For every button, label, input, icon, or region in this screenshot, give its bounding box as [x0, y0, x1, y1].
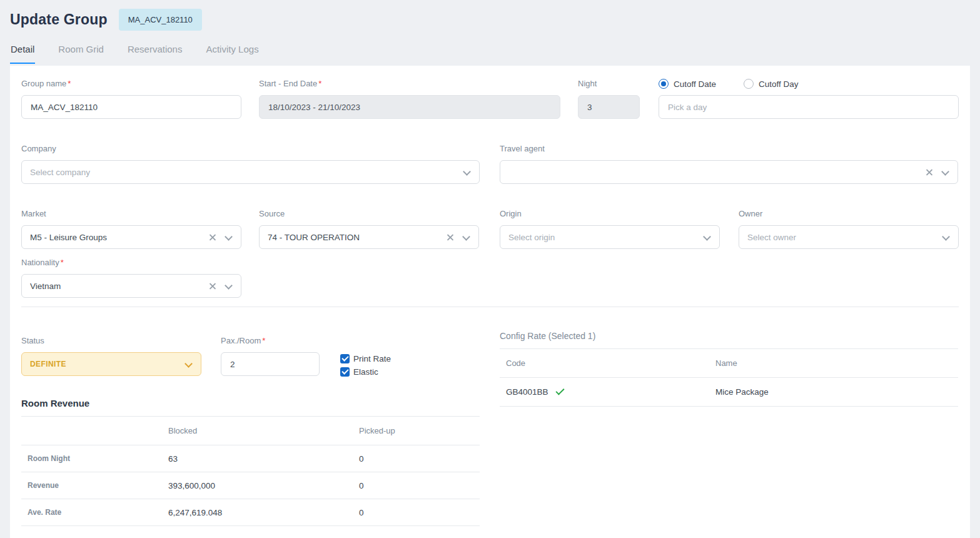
group-name-field: Group name* [21, 79, 241, 119]
source-label: Source [259, 209, 479, 219]
cutoff-day-radio[interactable]: Cutoff Day [744, 79, 799, 89]
date-range-input [259, 95, 560, 119]
night-label: Night [578, 79, 640, 89]
origin-select[interactable]: Select origin [500, 225, 720, 249]
chevron-down-icon [185, 360, 193, 368]
config-rate-row[interactable]: GB4001BB Mice Package [500, 378, 958, 407]
pax-room-field: Pax./Room* [221, 336, 320, 378]
table-row: Revenue 393,600,000 0 [21, 472, 480, 499]
form-row-3: Market M5 - Leisure Groups Source 74 - T… [21, 209, 959, 249]
room-revenue-header-row: Blocked Picked-up [21, 417, 480, 445]
cutoff-date-picker-input[interactable] [659, 95, 959, 119]
form-row-1: Group name* Start - End Date* Night Cuto… [21, 79, 959, 119]
travel-agent-select[interactable] [500, 160, 958, 184]
cutoff-field: Cutoff Date Cutoff Day [659, 79, 959, 119]
column-header-blocked: Blocked [168, 426, 359, 435]
origin-label: Origin [500, 209, 720, 219]
clear-icon[interactable] [925, 168, 933, 176]
print-rate-checkbox[interactable]: Print Rate [340, 352, 391, 365]
market-select[interactable]: M5 - Leisure Groups [21, 225, 241, 249]
required-mark: * [61, 258, 64, 267]
company-select[interactable]: Select company [21, 160, 480, 184]
cutoff-date-radio[interactable]: Cutoff Date [659, 79, 716, 89]
check-icon [555, 386, 564, 395]
required-mark: * [68, 79, 71, 88]
clear-icon[interactable] [446, 233, 454, 241]
picked-up-value: 0 [359, 454, 480, 464]
source-value: 74 - TOUR OPERATION [268, 233, 437, 242]
tab-bar: Detail Room Grid Reservations Activity L… [10, 40, 970, 64]
column-header-name: Name [715, 358, 958, 368]
nationality-field: Nationality* Vietnam [21, 258, 241, 298]
table-row: Ave. Rate 6,247,619.048 0 [21, 499, 480, 526]
table-row: Room Night 63 0 [21, 445, 480, 472]
market-value: M5 - Leisure Groups [30, 233, 200, 242]
blocked-value: 63 [168, 454, 359, 464]
tab-reservations[interactable]: Reservations [127, 40, 183, 64]
owner-select[interactable]: Select owner [739, 225, 959, 249]
company-field: Company Select company [21, 144, 480, 184]
clear-icon[interactable] [208, 282, 216, 290]
cutoff-radio-group: Cutoff Date Cutoff Day [659, 79, 959, 89]
date-range-label: Start - End Date* [259, 79, 560, 89]
company-placeholder: Select company [30, 168, 455, 177]
column-header-picked-up: Picked-up [359, 426, 480, 435]
origin-placeholder: Select origin [508, 233, 695, 242]
checkbox-checked-icon [340, 367, 350, 377]
required-mark: * [262, 336, 265, 345]
travel-agent-label: Travel agent [500, 144, 958, 154]
blocked-value: 393,600,000 [168, 481, 359, 490]
chevron-down-icon [463, 233, 470, 241]
tab-activity-logs[interactable]: Activity Logs [205, 40, 259, 64]
section-divider [21, 307, 959, 307]
config-rate-title: Config Rate (Selected 1) [500, 331, 958, 349]
group-name-input[interactable] [21, 95, 241, 119]
owner-field: Owner Select owner [739, 209, 959, 249]
page-title: Update Group [10, 11, 108, 28]
status-label: Status [21, 336, 201, 346]
night-input [578, 95, 640, 119]
tab-room-grid[interactable]: Room Grid [58, 40, 104, 64]
date-range-field: Start - End Date* [259, 79, 560, 119]
column-header-code: Code [500, 358, 715, 368]
print-rate-label: Print Rate [353, 354, 391, 363]
night-field: Night [578, 79, 640, 119]
chevron-down-icon [225, 233, 233, 241]
row-label: Room Night [21, 454, 168, 463]
checkbox-checked-icon [340, 354, 350, 363]
cutoff-date-radio-label: Cutoff Date [674, 79, 716, 89]
room-revenue-table: Blocked Picked-up Room Night 63 0 Revenu… [21, 417, 480, 526]
room-revenue-section: Room Revenue Blocked Picked-up Room Nigh… [21, 398, 480, 526]
company-label: Company [21, 144, 480, 154]
source-field: Source 74 - TOUR OPERATION [259, 209, 479, 249]
rate-options: Print Rate Elastic [340, 352, 391, 378]
picked-up-value: 0 [359, 481, 480, 490]
row-label: Revenue [21, 481, 168, 490]
owner-label: Owner [739, 209, 959, 219]
status-field: Status DEFINITE [21, 336, 201, 378]
nationality-select[interactable]: Vietnam [21, 274, 241, 298]
picked-up-value: 0 [359, 508, 480, 517]
form-row-2: Company Select company Travel agent [21, 144, 959, 184]
travel-agent-field: Travel agent [500, 144, 958, 184]
nationality-label: Nationality* [21, 258, 241, 268]
page-header: Update Group MA_ACV_182110 Detail Room G… [0, 0, 980, 64]
pax-room-label: Pax./Room* [221, 336, 320, 346]
pax-room-input[interactable] [221, 352, 320, 376]
clear-icon[interactable] [208, 233, 216, 241]
rate-name: Mice Package [715, 387, 958, 397]
row-label: Ave. Rate [21, 508, 168, 517]
tab-detail[interactable]: Detail [10, 40, 35, 64]
form-row-4: Nationality* Vietnam [21, 258, 959, 298]
chevron-down-icon [942, 168, 949, 176]
elastic-checkbox[interactable]: Elastic [340, 365, 391, 378]
status-select[interactable]: DEFINITE [21, 352, 201, 376]
owner-placeholder: Select owner [747, 233, 934, 242]
blocked-value: 6,247,619.048 [168, 508, 359, 517]
chevron-down-icon [225, 282, 233, 290]
room-revenue-title: Room Revenue [21, 398, 480, 417]
rate-code: GB4001BB [506, 387, 548, 397]
elastic-label: Elastic [353, 367, 378, 377]
source-select[interactable]: 74 - TOUR OPERATION [259, 225, 479, 249]
config-rate-header-row: Code Name [500, 349, 958, 378]
